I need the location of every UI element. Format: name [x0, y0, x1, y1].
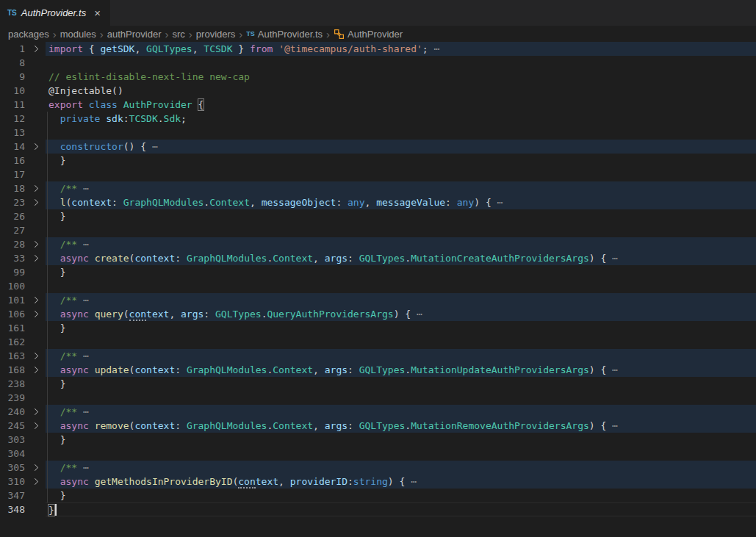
code-token: context: [134, 253, 175, 264]
line-number: 10: [0, 84, 25, 98]
code-line-content[interactable]: /** ⋯: [46, 181, 756, 195]
code-line-content[interactable]: [46, 391, 756, 405]
code-token: [48, 364, 60, 375]
code-line-content[interactable]: async getMethodsInProviderByID(context, …: [46, 475, 756, 489]
code-line-content[interactable]: @Injectable(): [46, 84, 756, 98]
breadcrumb-item-authprovider[interactable]: authProvider: [107, 29, 162, 40]
line-number: 14: [0, 140, 25, 154]
tab-authprovider-ts[interactable]: TS AuthProvider.ts ×: [0, 0, 111, 26]
folded-code-ellipsis[interactable]: ⋯: [497, 197, 503, 208]
code-token: query: [95, 309, 123, 320]
code-line-content[interactable]: private sdk:TCSDK.Sdk;: [46, 112, 756, 126]
line-number: 23: [0, 195, 25, 209]
code-token: messageValue: [376, 197, 445, 208]
folded-code-ellipsis[interactable]: ⋯: [77, 462, 89, 473]
code-token: ) {: [589, 364, 612, 375]
code-line-content[interactable]: // eslint-disable-next-line new-cap: [46, 70, 756, 84]
code-token: }: [48, 322, 65, 334]
folded-code-ellipsis[interactable]: ⋯: [612, 253, 618, 264]
code-line: 27: [0, 223, 756, 237]
code-line: 162: [0, 335, 756, 349]
code-line-content[interactable]: async query(context, args: GQLTypes.Quer…: [46, 307, 756, 321]
code-token: .: [405, 420, 411, 431]
code-line-content[interactable]: /** ⋯: [46, 293, 756, 307]
code-token: '@timecampus/auth-shared': [278, 43, 422, 54]
code-line-content[interactable]: [46, 447, 756, 461]
code-line-content[interactable]: }: [46, 265, 756, 279]
code-line-content[interactable]: }: [46, 489, 756, 502]
code-line-content[interactable]: /** ⋯: [46, 237, 756, 251]
code-token: providerID: [290, 476, 348, 487]
folded-code-ellipsis[interactable]: ⋯: [417, 309, 422, 320]
folded-code-ellipsis[interactable]: ⋯: [152, 141, 158, 152]
code-line-content[interactable]: [46, 223, 756, 237]
code-token: Sdk: [164, 113, 181, 124]
code-line-content[interactable]: }: [46, 209, 756, 223]
folded-code-ellipsis[interactable]: ⋯: [612, 420, 618, 431]
code-line-content[interactable]: [46, 167, 756, 181]
code-token: GQLTypes: [215, 309, 262, 320]
line-number: 239: [0, 391, 25, 405]
close-tab-icon[interactable]: ×: [92, 7, 103, 19]
code-line-content[interactable]: }: [46, 321, 756, 335]
folded-code-ellipsis[interactable]: ⋯: [77, 183, 89, 194]
code-token: context: [71, 197, 112, 208]
editor-gutter: 13: [0, 126, 46, 140]
code-line-content[interactable]: async update(context: GraphQLModules.Con…: [46, 363, 756, 377]
breadcrumb-item-authprovider[interactable]: AuthProvider: [334, 29, 403, 40]
code-line-content[interactable]: async remove(context: GraphQLModules.Con…: [46, 419, 756, 433]
folded-code-ellipsis[interactable]: ⋯: [77, 406, 89, 417]
code-line-content[interactable]: /** ⋯: [46, 405, 756, 419]
code-line: 106 async query(context, args: GQLTypes.…: [0, 307, 756, 321]
code-line: 163 /** ⋯: [0, 349, 756, 363]
code-line-content[interactable]: [46, 279, 756, 293]
code-line-content[interactable]: }: [46, 433, 756, 447]
code-token: import: [48, 43, 83, 54]
editor-gutter: 348: [0, 502, 46, 516]
folded-code-ellipsis[interactable]: ⋯: [77, 350, 89, 361]
breadcrumb-item-packages[interactable]: packages: [8, 29, 49, 40]
code-line-content[interactable]: }: [46, 154, 756, 167]
code-line-content[interactable]: constructor() { ⋯: [46, 140, 756, 154]
line-number: 1: [0, 42, 25, 56]
folded-code-ellipsis[interactable]: ⋯: [411, 476, 417, 487]
editor-gutter: 27: [0, 223, 46, 237]
editor-gutter: 100: [0, 279, 46, 293]
code-token: GQLTypes: [359, 420, 406, 431]
code-line-content[interactable]: l(context: GraphQLModules.Context, messa…: [46, 195, 756, 209]
code-line-content[interactable]: [46, 126, 756, 140]
code-token: .: [405, 253, 411, 264]
code-line-content[interactable]: [46, 56, 756, 70]
folded-code-ellipsis[interactable]: ⋯: [612, 364, 618, 375]
code-line: 11export class AuthProvider {: [0, 98, 756, 112]
breadcrumb-item-modules[interactable]: modules: [60, 29, 96, 40]
code-line-content[interactable]: /** ⋯: [46, 461, 756, 475]
code-line-content[interactable]: async create(context: GraphQLModules.Con…: [46, 251, 756, 265]
code-line: 304: [0, 447, 756, 461]
code-token: :: [123, 113, 129, 124]
code-token: GQLTypes: [146, 43, 192, 54]
matched-bracket: }: [48, 505, 54, 516]
code-token: :: [336, 197, 348, 208]
code-line: 305 /** ⋯: [0, 461, 756, 475]
code-token: con: [129, 309, 146, 321]
folded-code-ellipsis[interactable]: ⋯: [77, 239, 89, 250]
code-line-content[interactable]: export class AuthProvider {: [46, 98, 756, 112]
editor-gutter: 347: [0, 489, 46, 502]
code-line-content[interactable]: /** ⋯: [46, 349, 756, 363]
code-line-content[interactable]: import { getSDK, GQLTypes, TCSDK } from …: [46, 42, 756, 56]
code-line-content[interactable]: }: [46, 377, 756, 391]
code-line: 14 constructor() { ⋯: [0, 140, 756, 154]
breadcrumb-item-providers[interactable]: providers: [196, 29, 235, 40]
folded-code-ellipsis[interactable]: ⋯: [77, 295, 89, 306]
breadcrumb-item-authprovider-ts[interactable]: TSAuthProvider.ts: [246, 29, 323, 40]
folded-code-ellipsis[interactable]: ⋯: [433, 43, 439, 54]
code-line-content[interactable]: }: [46, 502, 756, 516]
line-number: 8: [0, 56, 25, 70]
code-token: [48, 309, 60, 320]
code-line-content[interactable]: [46, 335, 756, 349]
code-token: :: [175, 420, 187, 431]
code-token: async: [60, 420, 89, 431]
line-number: 245: [0, 419, 25, 433]
breadcrumb-item-src[interactable]: src: [173, 29, 185, 40]
